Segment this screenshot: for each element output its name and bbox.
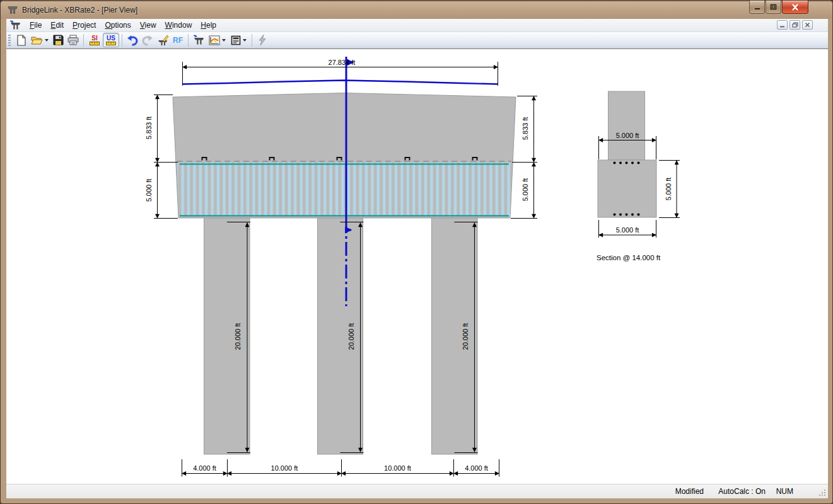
cap-lower-depth-left-label: 5.000 ft	[145, 179, 153, 202]
menu-project[interactable]: Project	[68, 20, 100, 31]
mdi-minimize-icon	[779, 23, 785, 28]
cap-lower-depth-right-label: 5.000 ft	[521, 178, 529, 202]
pier-elevation-drawing: 27.834 ft 5.833 ft 5.000 ft 5.833 ft 5.0…	[6, 49, 828, 484]
resize-grip[interactable]	[818, 489, 827, 497]
status-bar: Modified AutoCalc : On NUM	[6, 484, 828, 498]
app-pier-icon	[7, 5, 18, 15]
restore-icon	[770, 4, 777, 10]
analyze-button[interactable]	[255, 33, 270, 47]
column-1	[204, 218, 250, 454]
undo-icon	[127, 35, 138, 46]
column-3	[432, 218, 478, 454]
pier-view-icon	[192, 35, 205, 45]
section-top-width-label: 5.000 ft	[616, 132, 639, 139]
column-2-height-label: 20.000 ft	[347, 323, 355, 350]
new-document-icon	[16, 35, 26, 46]
numlock-indicator: NUM	[776, 487, 793, 496]
section-view: 5.000 ft 5.000 ft 5.000 ft Section @ 14.…	[597, 91, 680, 261]
analyze-lightning-icon	[258, 34, 267, 46]
roadway-surface-line	[182, 81, 498, 84]
pier-columns	[204, 218, 478, 454]
deck-width-label: 27.834 ft	[329, 59, 356, 66]
edit-pier-button[interactable]	[155, 33, 170, 47]
span-1-label: 10.000 ft	[271, 464, 298, 472]
stirrup-hatch	[177, 163, 511, 217]
minimize-icon	[754, 4, 760, 10]
reports-icon	[231, 35, 241, 45]
cap-upper-depth-right-label: 5.833 ft	[521, 117, 529, 140]
close-button[interactable]	[782, 1, 808, 14]
reports-dropdown-arrow	[243, 39, 247, 42]
menu-file[interactable]: File	[25, 20, 46, 31]
toolbar-gripper[interactable]	[8, 35, 11, 46]
left-overhang-label: 4.000 ft	[193, 464, 216, 472]
print-icon	[67, 35, 79, 45]
right-overhang-label: 4.000 ft	[465, 464, 488, 472]
menu-options[interactable]: Options	[100, 20, 135, 31]
autocalc-indicator: AutoCalc : On	[718, 487, 766, 496]
pier-view-button[interactable]	[191, 33, 206, 47]
column-1-height-label: 20.000 ft	[234, 323, 242, 350]
toolbar: SI US	[6, 32, 828, 49]
toolbar-separator	[122, 34, 122, 47]
redo-icon	[142, 35, 153, 46]
open-file-button[interactable]	[29, 33, 50, 47]
mdi-minimize-button[interactable]	[777, 20, 788, 30]
menu-window[interactable]: Window	[161, 20, 197, 31]
si-units-button[interactable]: SI	[86, 33, 103, 47]
mdi-close-button[interactable]	[802, 20, 813, 30]
mdi-close-icon	[805, 22, 810, 28]
rating-factor-button[interactable]: RF	[170, 33, 185, 47]
column-3-height-label: 20.000 ft	[462, 323, 469, 350]
graphs-dropdown-arrow	[222, 39, 226, 42]
close-icon	[791, 4, 799, 11]
us-units-button[interactable]: US	[103, 33, 119, 47]
span-2-label: 10.000 ft	[384, 464, 411, 472]
menu-bar: File Edit Project Options View Window He…	[6, 19, 828, 32]
window-title: BridgeLink - XBRate2 - [Pier View]	[22, 6, 137, 14]
section-bottom-width-label: 5.000 ft	[616, 226, 639, 234]
pier-view-canvas[interactable]: 27.834 ft 5.833 ft 5.000 ft 5.833 ft 5.0…	[6, 49, 828, 484]
reports-button[interactable]	[228, 33, 249, 47]
minimize-button[interactable]	[749, 1, 765, 14]
toolbar-separator	[83, 34, 84, 47]
mdi-restore-icon	[792, 22, 798, 28]
rf-rating-factor-icon: RF	[173, 36, 183, 45]
menu-help[interactable]: Help	[196, 20, 221, 31]
restore-button[interactable]	[766, 1, 781, 14]
column-spacing-dimensions	[182, 459, 499, 477]
undo-button[interactable]	[125, 33, 140, 47]
open-file-icon	[31, 35, 43, 45]
save-icon	[53, 35, 64, 45]
open-dropdown-arrow	[45, 39, 49, 42]
menu-edit[interactable]: Edit	[46, 20, 68, 31]
toolbar-separator	[252, 34, 252, 47]
redo-button[interactable]	[140, 33, 155, 47]
section-column-stem	[609, 91, 645, 160]
section-caption: Section @ 14.000 ft	[597, 254, 661, 261]
mdi-restore-button[interactable]	[789, 20, 800, 30]
menu-view[interactable]: View	[136, 20, 161, 31]
edit-pier-pencil-icon	[157, 35, 168, 46]
toolbar-separator	[188, 34, 189, 47]
pier-window-icon[interactable]	[9, 20, 21, 30]
bridgelink-window: BridgeLink - XBRate2 - [Pier View] File …	[0, 0, 833, 504]
section-cap-block	[598, 160, 656, 217]
si-ruler-icon	[90, 42, 100, 45]
column-2	[318, 218, 363, 454]
graphs-button[interactable]	[206, 33, 228, 47]
pier-cap	[173, 93, 516, 219]
title-bar[interactable]: BridgeLink - XBRate2 - [Pier View]	[1, 1, 832, 19]
us-ruler-icon	[106, 42, 116, 45]
modified-indicator: Modified	[675, 487, 704, 496]
save-button[interactable]	[50, 33, 66, 47]
new-document-button[interactable]	[14, 33, 29, 47]
section-height-label: 5.000 ft	[665, 178, 672, 201]
graphs-chart-icon	[209, 35, 220, 45]
cap-upper-depth-left-label: 5.833 ft	[145, 117, 153, 140]
print-button[interactable]	[66, 33, 81, 47]
